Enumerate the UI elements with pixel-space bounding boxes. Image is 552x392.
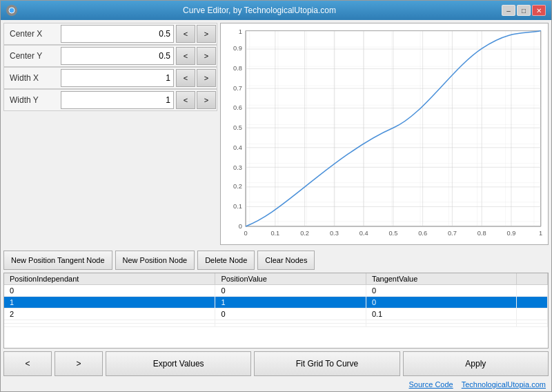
param-row-width-x: Width X < > xyxy=(3,67,217,89)
main-window: Curve Editor, by TechnologicalUtopia.com… xyxy=(0,0,552,392)
chart-svg: 0 0.1 0.2 0.3 0.4 0.5 0.6 0.7 0.8 0.9 1 … xyxy=(221,23,548,244)
param-inc-btn-0[interactable]: > xyxy=(197,25,216,43)
prev-button[interactable]: < xyxy=(3,351,52,376)
maximize-button[interactable]: □ xyxy=(517,5,531,16)
title-bar: Curve Editor, by TechnologicalUtopia.com… xyxy=(1,1,551,20)
param-row-center-x: Center X < > xyxy=(3,23,217,45)
param-row-width-y: Width Y < > xyxy=(3,89,217,111)
param-label-1: Center Y xyxy=(4,51,59,61)
svg-text:0.1: 0.1 xyxy=(270,230,279,237)
param-row-center-y: Center Y < > xyxy=(3,45,217,67)
window-controls: – □ ✕ xyxy=(502,5,546,16)
new-position-node-button[interactable]: New Position Node xyxy=(115,251,195,270)
footer: Source Code TechnologicalUtopia.com xyxy=(1,379,551,391)
svg-text:1: 1 xyxy=(239,28,242,35)
col-header-tan-val: TangentValue xyxy=(366,273,517,285)
table-row[interactable]: 2 0 0.1 xyxy=(4,308,548,320)
svg-text:0.6: 0.6 xyxy=(233,104,242,111)
param-dec-btn-3[interactable]: < xyxy=(176,91,195,109)
col-header-pos-ind: PositionIndependant xyxy=(4,273,215,285)
export-values-button[interactable]: Export Values xyxy=(106,351,251,376)
param-inc-btn-1[interactable]: > xyxy=(197,47,216,65)
delete-node-button[interactable]: Delete Node xyxy=(197,251,255,270)
svg-text:0.3: 0.3 xyxy=(330,230,339,237)
svg-text:0.4: 0.4 xyxy=(359,230,368,237)
svg-text:0.7: 0.7 xyxy=(448,230,457,237)
param-input-1[interactable] xyxy=(61,47,174,65)
svg-text:0.8: 0.8 xyxy=(233,65,242,72)
param-inc-btn-2[interactable]: > xyxy=(197,69,216,87)
svg-text:0.9: 0.9 xyxy=(506,230,515,237)
cell-tan-val-2: 0.1 xyxy=(366,308,517,320)
svg-text:0.7: 0.7 xyxy=(233,85,242,92)
param-dec-btn-1[interactable]: < xyxy=(176,47,195,65)
table-row-empty xyxy=(4,324,548,327)
param-label-0: Center X xyxy=(4,29,59,39)
col-header-extra xyxy=(517,273,548,285)
nodes-table: PositionIndependant PositionValue Tangen… xyxy=(4,273,548,327)
cell-tan-val-1: 0 xyxy=(366,297,517,308)
node-buttons-row: New Position Tangent Node New Position N… xyxy=(3,248,549,273)
svg-text:0.9: 0.9 xyxy=(233,45,242,52)
param-dec-btn-2[interactable]: < xyxy=(176,69,195,87)
clear-nodes-button[interactable]: Clear Nodes xyxy=(257,251,315,270)
table-row[interactable]: 1 1 0 xyxy=(4,297,548,308)
cell-pos-val-0: 0 xyxy=(215,285,366,297)
cell-tan-val-0: 0 xyxy=(366,285,517,297)
param-input-0[interactable] xyxy=(61,25,174,43)
new-position-tangent-node-button[interactable]: New Position Tangent Node xyxy=(3,251,112,270)
bottom-toolbar: < > Export Values Fit Grid To Curve Appl… xyxy=(3,349,549,379)
cell-pos-val-2: 0 xyxy=(215,308,366,320)
svg-text:0.1: 0.1 xyxy=(233,203,242,210)
cell-pos-ind-1: 1 xyxy=(4,297,215,308)
param-label-3: Width Y xyxy=(4,95,59,105)
svg-text:0.4: 0.4 xyxy=(233,144,242,151)
svg-point-0 xyxy=(9,8,14,13)
svg-text:0.5: 0.5 xyxy=(233,124,242,131)
svg-text:1: 1 xyxy=(539,230,542,237)
apply-button[interactable]: Apply xyxy=(403,351,549,376)
param-dec-btn-0[interactable]: < xyxy=(176,25,195,43)
svg-text:0: 0 xyxy=(239,223,242,230)
fit-grid-to-curve-button[interactable]: Fit Grid To Curve xyxy=(254,351,400,376)
cell-pos-ind-2: 2 xyxy=(4,308,215,320)
bottom-section: New Position Tangent Node New Position N… xyxy=(1,248,551,379)
svg-text:0.2: 0.2 xyxy=(300,230,309,237)
svg-text:0.8: 0.8 xyxy=(477,230,486,237)
cell-pos-val-1: 1 xyxy=(215,297,366,308)
next-button[interactable]: > xyxy=(55,351,103,376)
nodes-table-container: PositionIndependant PositionValue Tangen… xyxy=(3,273,549,349)
app-icon xyxy=(6,5,17,16)
svg-text:0.3: 0.3 xyxy=(233,164,242,171)
left-panel: Center X < > Center Y < > Width X < > Wi… xyxy=(3,23,217,245)
cell-extra-2 xyxy=(517,308,548,320)
svg-text:0: 0 xyxy=(244,230,247,237)
main-content: Center X < > Center Y < > Width X < > Wi… xyxy=(1,20,551,248)
param-input-2[interactable] xyxy=(61,69,174,87)
close-button[interactable]: ✕ xyxy=(532,5,546,16)
source-code-link[interactable]: Source Code xyxy=(408,380,453,389)
svg-text:0.6: 0.6 xyxy=(418,230,427,237)
website-link[interactable]: TechnologicalUtopia.com xyxy=(462,380,546,389)
chart-area: 0 0.1 0.2 0.3 0.4 0.5 0.6 0.7 0.8 0.9 1 … xyxy=(220,23,549,245)
cell-extra-0 xyxy=(517,285,548,297)
table-row[interactable]: 0 0 0 xyxy=(4,285,548,297)
cell-extra-1 xyxy=(517,297,548,308)
window-title: Curve Editor, by TechnologicalUtopia.com xyxy=(17,6,502,15)
svg-text:0.2: 0.2 xyxy=(233,183,242,190)
param-label-2: Width X xyxy=(4,73,59,83)
col-header-pos-val: PositionValue xyxy=(215,273,366,285)
param-inc-btn-3[interactable]: > xyxy=(197,91,216,109)
minimize-button[interactable]: – xyxy=(502,5,515,16)
cell-pos-ind-0: 0 xyxy=(4,285,215,297)
table-header-row: PositionIndependant PositionValue Tangen… xyxy=(4,273,548,285)
param-input-3[interactable] xyxy=(61,91,174,109)
svg-text:0.5: 0.5 xyxy=(388,230,397,237)
